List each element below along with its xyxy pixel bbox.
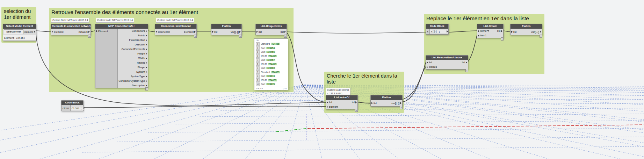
output-port-var[interactable]: var[]..[]: [391, 102, 401, 105]
output-port-list[interactable]: list: [497, 29, 502, 32]
input-port-list[interactable]: list: [511, 30, 516, 34]
output-port-int[interactable]: int: [352, 101, 357, 104]
group-selection-title-line2[interactable]: 1er élément: [4, 14, 34, 20]
port-arrow-icon: [239, 31, 241, 33]
port-arrow-icon: [96, 30, 97, 32]
output-port-description[interactable]: Description: [118, 83, 148, 88]
node-mep-connector-info[interactable]: MEP Connector Info+ Element Connectors P…: [95, 24, 148, 88]
output-port-network[interactable]: network: [79, 30, 90, 34]
node-list-create[interactable]: List.Create item0 list item1 ›: [477, 24, 504, 38]
output-port-connectedelements[interactable]: ConnectedElements: [118, 47, 148, 51]
lacing-indicator[interactable]: ›: [465, 69, 468, 72]
input-port-list[interactable]: list: [427, 61, 432, 64]
node-flatten-1[interactable]: Flatten list var[]..[] ›: [211, 24, 242, 35]
node-code-block-x0[interactable]: Code Block x x[0] ;: [426, 24, 449, 35]
output-port-connectors[interactable]: Connectors: [118, 29, 148, 33]
node-title[interactable]: List.Create: [477, 24, 503, 29]
input-port-element[interactable]: Element: [96, 30, 108, 33]
node-code-block-elems[interactable]: Code Block elems elems ;: [61, 100, 84, 111]
input-port-list[interactable]: list: [371, 102, 377, 105]
node-list-indexof[interactable]: List.IndexOf list int element ›: [326, 95, 358, 109]
node-title[interactable]: Flatten: [211, 24, 241, 29]
input-port-elems[interactable]: elems: [61, 105, 71, 111]
output-port-direction[interactable]: Direction: [118, 42, 148, 47]
code-block-text[interactable]: x[0] ;: [430, 30, 447, 33]
lacing-indicator[interactable]: ›: [355, 109, 358, 112]
output-port-width[interactable]: Width: [118, 56, 148, 60]
output-port-list[interactable]: list: [462, 61, 467, 64]
node-title[interactable]: Code Block: [61, 101, 83, 105]
input-port-connector[interactable]: Connector: [156, 30, 170, 34]
output-port-system[interactable]: System: [118, 70, 148, 74]
output-port-list[interactable]: list: [281, 30, 286, 34]
input-port-list[interactable]: list: [256, 30, 262, 34]
group-selection-title-line1[interactable]: selection du: [4, 8, 34, 14]
port-arrow-icon: [146, 39, 147, 41]
port-arrow-icon: [501, 30, 502, 32]
input-port-element[interactable]: Element: [52, 30, 64, 34]
node-title[interactable]: List.IndexOf: [326, 95, 357, 100]
lacing-indicator[interactable]: ›: [88, 35, 91, 38]
code-block-text[interactable]: elems ;: [71, 107, 84, 110]
group-connected-network-title[interactable]: Retrouve l'ensemble des éléments connect…: [51, 9, 291, 15]
output-port-var[interactable]: var[]..[]: [531, 30, 541, 34]
lacing-indicator[interactable]: ›: [501, 37, 504, 41]
output-port-flowdirection[interactable]: FlowDirection: [118, 38, 148, 42]
output-port-radius[interactable]: Radius: [118, 60, 148, 65]
node-title[interactable]: List.UniqueItems: [256, 24, 287, 29]
node-title[interactable]: Flatten: [511, 24, 542, 29]
output-port-element[interactable]: Element: [23, 30, 35, 34]
node-title[interactable]: List.RemoveItemAtIndex: [426, 56, 468, 60]
node-title[interactable]: Connector.HostElement: [155, 24, 196, 29]
port-arrow-icon: [52, 31, 53, 33]
output-port-height[interactable]: Height: [118, 51, 148, 56]
group-replace-title[interactable]: Replace le 1er élément en 1er dans la li…: [426, 15, 542, 22]
dynamo-canvas[interactable]: selection du 1er élément Retrouve l'ense…: [0, 0, 644, 159]
input-port-indices[interactable]: indices: [427, 65, 437, 68]
node-flatten-2[interactable]: Flatten list var[]..[] ›: [370, 95, 403, 107]
group-search-title-line1[interactable]: Cherche le 1er élément dans la: [327, 73, 401, 79]
port-arrow-icon: [146, 35, 147, 37]
chevron-down-icon[interactable]: [487, 30, 489, 32]
input-port-list[interactable]: list: [212, 30, 217, 34]
node-elements-in-connected-network[interactable]: Elements in connected network Element ne…: [51, 24, 91, 35]
lacing-indicator[interactable]: ›: [194, 35, 197, 38]
port-arrow-icon[interactable]: [447, 30, 448, 32]
input-port-list[interactable]: list: [327, 101, 332, 104]
node-title[interactable]: Select Model Element: [3, 24, 36, 29]
port-arrow-icon: [540, 31, 541, 33]
lacing-indicator[interactable]: ›: [400, 106, 403, 109]
lacing-indicator[interactable]: ›: [540, 35, 542, 38]
input-port-x[interactable]: x: [426, 29, 430, 34]
group-search-title-line2[interactable]: liste: [327, 79, 401, 85]
port-arrow-icon: [284, 31, 286, 33]
output-port-element[interactable]: Element: [184, 30, 196, 34]
output-port-var[interactable]: var[]..[]: [231, 30, 241, 34]
data-preview-popup[interactable]: List 0Standard724456 1Duct724454 2Duct72…: [254, 38, 288, 90]
select-element-button[interactable]: Sélectionner: [4, 29, 23, 34]
node-title[interactable]: Elements in connected network: [51, 24, 91, 29]
node-title[interactable]: MEP Connector Info+: [95, 24, 148, 29]
input-port-element[interactable]: element: [327, 105, 338, 108]
output-port-systemtype[interactable]: SystemType: [118, 74, 148, 79]
output-port-points[interactable]: Points: [118, 33, 148, 38]
node-select-model-element[interactable]: Select Model Element Sélectionner Elemen…: [3, 24, 36, 41]
node-list-removeitematindex[interactable]: List.RemoveItemAtIndex list list indices…: [426, 55, 468, 70]
custom-node-badge-line1: Custom Node: Orchid: [327, 88, 349, 92]
output-port-connectorsystemtype[interactable]: ConnectorSystemType: [118, 79, 148, 83]
input-port-item0[interactable]: item0: [478, 29, 489, 32]
node-list-uniqueitems[interactable]: List.UniqueItems list list ›: [255, 24, 287, 35]
preview-header: List: [254, 39, 288, 42]
preview-rows: 0Standard724456 1Duct724454 2Duct724455 …: [254, 42, 288, 87]
node-title[interactable]: Code Block: [426, 24, 448, 29]
node-connector-hostelement[interactable]: Connector.HostElement Connector Element …: [155, 24, 197, 35]
output-port-shape[interactable]: Shape: [118, 65, 148, 70]
port-arrow-icon: [466, 62, 467, 64]
lacing-indicator[interactable]: ›: [239, 35, 242, 38]
lacing-indicator[interactable]: ›: [145, 87, 148, 91]
node-title[interactable]: Flatten: [371, 95, 402, 100]
port-arrow-icon[interactable]: [84, 107, 85, 109]
input-port-item1[interactable]: item1: [478, 34, 486, 37]
lacing-indicator[interactable]: ›: [284, 35, 287, 38]
node-flatten-3[interactable]: Flatten list var[]..[] ›: [510, 24, 542, 35]
